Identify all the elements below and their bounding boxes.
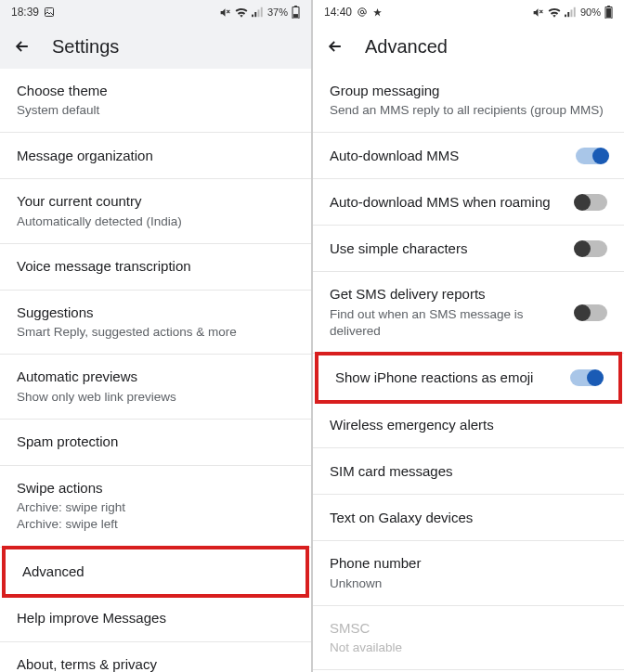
settings-row-choose-theme[interactable]: Choose themeSystem default xyxy=(0,69,311,133)
at-icon xyxy=(357,6,368,18)
advanced-screen: 14:40 90% Adva xyxy=(313,0,624,672)
status-time: 14:40 xyxy=(324,6,352,19)
settings-row-help-improve-messages[interactable]: Help improve Messages xyxy=(0,596,311,642)
signal-icon xyxy=(565,6,577,18)
settings-row-suggestions[interactable]: SuggestionsSmart Reply, suggested action… xyxy=(0,291,311,355)
row-text: Get SMS delivery reportsFind out when an… xyxy=(330,285,565,340)
svg-rect-14 xyxy=(565,15,566,18)
advanced-row-phone-number[interactable]: Phone numberUnknown xyxy=(313,541,624,605)
back-button[interactable] xyxy=(13,37,32,56)
row-secondary: Not available xyxy=(330,640,607,656)
image-icon xyxy=(44,6,55,18)
row-text: Phone numberUnknown xyxy=(330,554,607,591)
volume-mute-icon xyxy=(219,6,231,19)
row-primary: Get SMS delivery reports xyxy=(330,285,565,304)
advanced-row-auto-download-mms[interactable]: Auto-download MMS xyxy=(313,133,624,179)
row-secondary: Smart Reply, suggested actions & more xyxy=(17,324,294,341)
svg-rect-0 xyxy=(46,8,54,17)
settings-row-voice-message-transcription[interactable]: Voice message transcription xyxy=(0,244,311,291)
advanced-row-text-on-galaxy-devices[interactable]: Text on Galaxy devices xyxy=(313,495,624,541)
wifi-icon xyxy=(548,6,561,18)
row-text: Message organization xyxy=(17,147,294,165)
row-primary: Use simple characters xyxy=(330,239,565,258)
battery-icon xyxy=(604,6,613,19)
row-text: Automatic previewsShow only web link pre… xyxy=(17,368,294,405)
settings-row-your-current-country[interactable]: Your current countryAutomatically detect… xyxy=(0,179,311,243)
row-text: Auto-download MMS xyxy=(330,147,565,165)
toggle-switch[interactable] xyxy=(576,148,607,164)
row-text: Group messagingSend an MMS reply to all … xyxy=(330,82,607,119)
advanced-list: Group messagingSend an MMS reply to all … xyxy=(313,69,624,672)
row-secondary: System default xyxy=(17,102,294,119)
row-text: About, terms & privacy xyxy=(17,655,294,672)
toggle-switch[interactable] xyxy=(576,240,607,257)
row-secondary: Unknown xyxy=(330,575,607,592)
settings-row-automatic-previews[interactable]: Automatic previewsShow only web link pre… xyxy=(0,355,311,419)
row-primary: Automatic previews xyxy=(17,368,294,386)
settings-row-swipe-actions[interactable]: Swipe actionsArchive: swipe right Archiv… xyxy=(0,466,311,548)
svg-rect-17 xyxy=(574,7,576,17)
advanced-row-sim-card-messages[interactable]: SIM card messages xyxy=(313,448,624,495)
row-text: Voice message transcription xyxy=(17,257,294,276)
settings-row-message-organization[interactable]: Message organization xyxy=(0,133,311,179)
toggle-switch[interactable] xyxy=(576,194,607,211)
row-text: SMSCNot available xyxy=(330,619,607,656)
row-primary: Group messaging xyxy=(330,82,607,100)
row-text: Wireless emergency alerts xyxy=(330,416,607,434)
row-text: Spam protection xyxy=(17,433,294,451)
toggle-switch[interactable] xyxy=(576,304,607,321)
settings-row-spam-protection[interactable]: Spam protection xyxy=(0,420,311,466)
row-primary: Help improve Messages xyxy=(17,609,294,627)
back-button[interactable] xyxy=(326,37,344,56)
advanced-row-use-simple-characters[interactable]: Use simple characters xyxy=(313,226,624,272)
row-text: Choose themeSystem default xyxy=(17,82,294,119)
app-header: Advanced xyxy=(313,24,624,69)
row-secondary: Automatically detected (India) xyxy=(17,213,294,230)
svg-rect-6 xyxy=(257,9,259,17)
settings-row-about-terms-privacy[interactable]: About, terms & privacy xyxy=(0,642,311,672)
svg-rect-10 xyxy=(293,14,298,18)
row-text: SIM card messages xyxy=(330,462,607,481)
row-primary: Auto-download MMS xyxy=(330,147,565,165)
battery-percent: 37% xyxy=(267,6,288,18)
svg-point-1 xyxy=(46,9,48,11)
svg-rect-15 xyxy=(567,12,569,17)
row-secondary: Find out when an SMS message is delivere… xyxy=(330,306,565,340)
row-text: Swipe actionsArchive: swipe right Archiv… xyxy=(17,479,294,534)
page-title: Advanced xyxy=(365,36,448,58)
row-primary: Voice message transcription xyxy=(17,257,294,276)
advanced-row-get-sms-delivery-reports[interactable]: Get SMS delivery reportsFind out when an… xyxy=(313,272,624,354)
row-text: Advanced xyxy=(22,562,289,581)
row-primary: SIM card messages xyxy=(330,462,607,481)
row-primary: Phone number xyxy=(330,554,607,573)
settings-list: Choose themeSystem defaultMessage organi… xyxy=(0,69,311,672)
battery-icon xyxy=(292,6,300,19)
row-secondary: Send an MMS reply to all recipients (gro… xyxy=(330,102,607,119)
row-primary: Auto-download MMS when roaming xyxy=(330,193,565,212)
settings-screen: 18:39 37% Settings Choose themeS xyxy=(0,0,311,672)
row-text: Use simple characters xyxy=(330,239,565,258)
row-primary: Swipe actions xyxy=(17,479,294,498)
row-text: Help improve Messages xyxy=(17,609,294,627)
svg-rect-7 xyxy=(261,7,263,17)
toggle-switch[interactable] xyxy=(570,369,602,386)
svg-rect-16 xyxy=(570,9,572,17)
row-text: Show iPhone reactions as emoji xyxy=(335,368,559,387)
row-text: Your current countryAutomatically detect… xyxy=(17,192,294,229)
row-primary: Message organization xyxy=(17,147,294,165)
wifi-icon xyxy=(235,6,248,18)
status-bar: 14:40 90% xyxy=(313,0,624,24)
row-primary: Show iPhone reactions as emoji xyxy=(335,368,559,387)
app-header: Settings xyxy=(0,24,311,69)
row-primary: Spam protection xyxy=(17,433,294,451)
svg-rect-5 xyxy=(254,12,256,17)
advanced-row-show-iphone-reactions-as-emoji[interactable]: Show iPhone reactions as emoji xyxy=(315,352,622,404)
row-secondary: Show only web link previews xyxy=(17,389,294,406)
settings-row-advanced[interactable]: Advanced xyxy=(2,546,309,598)
advanced-row-wireless-emergency-alerts[interactable]: Wireless emergency alerts xyxy=(313,402,624,448)
status-time: 18:39 xyxy=(11,6,39,19)
row-primary: Choose theme xyxy=(17,82,294,100)
advanced-row-auto-download-mms-when-roaming[interactable]: Auto-download MMS when roaming xyxy=(313,179,624,226)
svg-rect-4 xyxy=(252,15,254,18)
advanced-row-group-messaging[interactable]: Group messagingSend an MMS reply to all … xyxy=(313,69,624,133)
